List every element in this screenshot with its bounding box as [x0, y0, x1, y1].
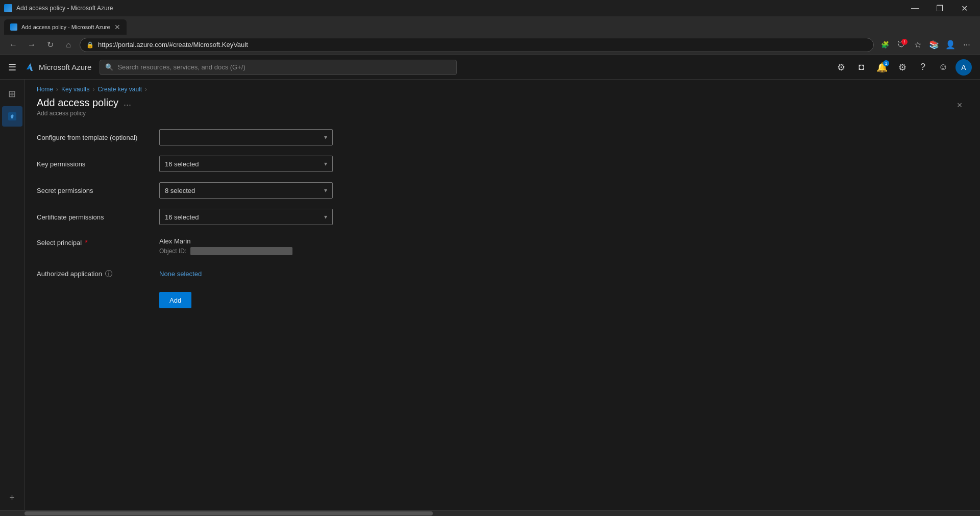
breadcrumb-create-key-vault[interactable]: Create key vault — [97, 86, 142, 93]
secret-permissions-label-text: Secret permissions — [37, 187, 93, 194]
close-button[interactable]: ✕ — [952, 0, 976, 16]
authorized-app-control: None selected — [159, 270, 421, 278]
key-permissions-value: 16 selected — [165, 160, 324, 168]
select-principal-label-text: Select principal — [37, 239, 82, 247]
authorized-app-row: Authorized application i None selected — [37, 265, 421, 282]
secret-permissions-chevron-icon: ▾ — [324, 187, 327, 194]
principal-name: Alex Marin — [159, 237, 421, 245]
panel-more-options[interactable]: ... — [124, 97, 131, 108]
add-button-row: Add — [37, 292, 421, 308]
certificate-permissions-label-text: Certificate permissions — [37, 213, 104, 221]
key-permissions-dropdown[interactable]: 16 selected ▾ — [159, 156, 333, 172]
settings-ellipsis-button[interactable]: ··· — [960, 38, 974, 52]
address-bar[interactable]: 🔒 https://portal.azure.com/#create/Micro… — [80, 38, 874, 52]
breadcrumb-key-vaults[interactable]: Key vaults — [61, 86, 89, 93]
home-button[interactable]: ⌂ — [61, 38, 76, 52]
window-title: Add access policy - Microsoft Azure — [16, 5, 113, 12]
url-text: https://portal.azure.com/#create/Microso… — [98, 41, 867, 48]
portal-header-right: ⚙ ◘ 🔔 1 ⚙ ? ☺ A — [833, 59, 972, 76]
azure-logo-icon — [24, 62, 35, 72]
tab-bar: Add access policy - Microsoft Azure ✕ — [0, 16, 980, 35]
navigation-bar: ← → ↻ ⌂ 🔒 https://portal.azure.com/#crea… — [0, 35, 980, 55]
breadcrumb-sep-2: › — [92, 86, 94, 93]
template-label-text: Configure from template (optional) — [37, 134, 137, 141]
settings-icon[interactable]: ⚙ — [894, 59, 911, 76]
forward-button[interactable]: → — [24, 38, 39, 52]
info-icon[interactable]: i — [105, 270, 112, 277]
authorized-app-label-text: Authorized application — [37, 270, 102, 278]
panel-close-button[interactable]: × — [951, 97, 968, 113]
question-icon: ? — [920, 62, 925, 72]
nav-right-icons: 🧩 🛡 ! ☆ 📚 👤 ··· — [878, 38, 974, 52]
certificate-permissions-label: Certificate permissions — [37, 213, 159, 221]
breadcrumb-sep-3: › — [145, 86, 147, 93]
principal-control: Alex Marin Object ID: — [159, 237, 421, 255]
tab-close-icon[interactable]: ✕ — [114, 23, 120, 31]
user-avatar[interactable]: A — [955, 59, 972, 76]
secret-permissions-row: Secret permissions 8 selected ▾ — [37, 182, 421, 199]
certificate-permissions-row: Certificate permissions 16 selected ▾ — [37, 209, 421, 225]
template-label: Configure from template (optional) — [37, 134, 159, 141]
horizontal-scrollbar[interactable] — [0, 510, 980, 516]
portal-logo: Microsoft Azure — [24, 62, 91, 72]
extensions-button[interactable]: 🧩 — [878, 38, 892, 52]
avatar-initials: A — [961, 63, 966, 71]
notifications-icon[interactable]: 🔔 1 — [874, 59, 890, 76]
portal-header: ☰ Microsoft Azure 🔍 Search resources, se… — [0, 55, 980, 80]
breadcrumb: Home › Key vaults › Create key vault › — [24, 80, 980, 93]
key-permissions-control: 16 selected ▾ — [159, 156, 421, 172]
help-icon[interactable]: ? — [915, 59, 931, 76]
certificate-permissions-dropdown[interactable]: 16 selected ▾ — [159, 209, 333, 225]
breadcrumb-home[interactable]: Home — [37, 86, 53, 93]
minimize-button[interactable]: — — [903, 0, 927, 16]
panel-title-area: Add access policy ... Add access policy — [37, 97, 131, 117]
add-button[interactable]: Add — [159, 292, 191, 308]
key-permissions-chevron-icon: ▾ — [324, 160, 327, 167]
azure-service-icon — [7, 111, 17, 121]
select-principal-row: Select principal * Alex Marin Object ID: — [37, 235, 421, 255]
left-sidebar: ⊞ + — [0, 80, 24, 510]
cloud-shell-icon[interactable]: ⚙ — [833, 59, 849, 76]
secret-permissions-dropdown[interactable]: 8 selected ▾ — [159, 182, 333, 199]
profile-button[interactable]: 👤 — [943, 38, 958, 52]
tab-favicon — [10, 23, 17, 31]
favorites-button[interactable]: ☆ — [911, 38, 925, 52]
authorized-app-link[interactable]: None selected — [159, 270, 202, 278]
title-buttons: — ❐ ✕ — [903, 0, 976, 16]
maximize-button[interactable]: ❐ — [928, 0, 951, 16]
feedback-smile-icon[interactable]: ☺ — [935, 59, 951, 76]
portal-search[interactable]: 🔍 Search resources, services, and docs (… — [100, 60, 457, 75]
collections-button[interactable]: 📚 — [927, 38, 941, 52]
template-control: ▾ — [159, 129, 421, 145]
notification-count: 1 — [883, 60, 889, 66]
principal-id-value — [190, 247, 292, 255]
feedback-symbol: ◘ — [859, 62, 865, 72]
feedback-icon[interactable]: ◘ — [853, 59, 870, 76]
back-button[interactable]: ← — [6, 38, 20, 52]
hamburger-menu[interactable]: ☰ — [8, 62, 16, 73]
sidebar-home-icon[interactable]: ⊞ — [2, 84, 22, 104]
template-dropdown[interactable]: ▾ — [159, 129, 333, 145]
form-content: Configure from template (optional) ▾ Key… — [24, 125, 433, 323]
sidebar-active-icon[interactable] — [2, 106, 22, 127]
tab-label: Add access policy - Microsoft Azure — [21, 24, 110, 30]
portal-wrapper: ☰ Microsoft Azure 🔍 Search resources, se… — [0, 55, 980, 516]
principal-id-label: Object ID: — [159, 248, 186, 255]
panel-title-row: Add access policy ... — [37, 97, 131, 109]
sidebar-create-icon[interactable]: + — [2, 487, 22, 508]
secret-permissions-value: 8 selected — [165, 187, 324, 194]
azure-favicon — [4, 4, 12, 12]
active-tab[interactable]: Add access policy - Microsoft Azure ✕ — [4, 19, 127, 35]
key-permissions-label: Key permissions — [37, 160, 159, 168]
key-permissions-row: Key permissions 16 selected ▾ — [37, 156, 421, 172]
refresh-button[interactable]: ↻ — [43, 38, 57, 52]
shield-badge: ! — [901, 39, 908, 45]
breadcrumb-sep-1: › — [56, 86, 58, 93]
cloud-icon: ⚙ — [837, 62, 845, 73]
template-row: Configure from template (optional) ▾ — [37, 129, 421, 145]
shield-button[interactable]: 🛡 ! — [894, 38, 909, 52]
key-permissions-label-text: Key permissions — [37, 160, 85, 168]
scrollbar-thumb[interactable] — [24, 511, 433, 515]
lock-icon: 🔒 — [86, 41, 94, 48]
secret-permissions-control: 8 selected ▾ — [159, 182, 421, 199]
